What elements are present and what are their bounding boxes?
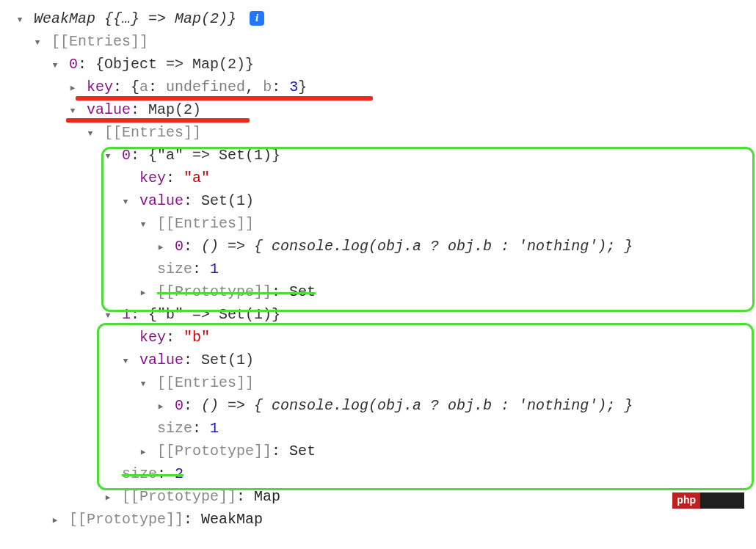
proto-label: [[Prototype]] [157,283,272,300]
weakmap-text: WeakMap {{…} => Map(2)} [34,10,236,27]
entries-label: [[Entries]] [157,374,254,391]
size-value: 1 [210,261,219,277]
map-entry-a-summary[interactable]: 0: {"a" => Set(1)} [15,144,749,167]
index-label: 0 [69,56,78,73]
entries-label: [[Entries]] [51,33,148,50]
fn-text: () => { console.log(obj.a ? obj.b : 'not… [201,397,633,414]
map-entries-row[interactable]: [[Entries]] [15,121,749,144]
proto-value: WeakMap [201,511,263,528]
entries-label: [[Entries]] [157,215,254,232]
watermark-text: php [672,492,700,509]
disclosure-triangle-icon[interactable] [138,444,148,460]
disclosure-triangle-icon[interactable] [15,12,25,28]
disclosure-triangle-icon[interactable] [138,217,148,233]
set-entry-b-0[interactable]: 0: () => { console.log(obj.a ? obj.b : '… [15,394,749,417]
map-entry-b-summary[interactable]: 1: {"b" => Set(1)} [15,303,749,326]
value-label: value [139,352,183,368]
disclosure-triangle-icon[interactable] [120,194,131,210]
disclosure-triangle-icon[interactable] [103,148,113,164]
disclosure-triangle-icon[interactable] [32,34,43,51]
disclosure-triangle-icon[interactable] [138,285,148,301]
set-proto-row-b[interactable]: [[Prototype]]: Set [15,440,749,462]
value-label: value [139,192,183,209]
disclosure-triangle-icon[interactable] [120,353,131,369]
proto-label: [[Prototype]] [122,488,236,505]
index-label: 1 [122,306,131,323]
index-label: 0 [122,147,131,164]
map-entry-a-text: {"a" => Set(1)} [148,147,280,164]
map-value: Map(2) [148,101,201,118]
proto-label: [[Prototype]] [157,443,272,459]
set-proto-row[interactable]: [[Prototype]]: Set [15,280,749,303]
proto-label: [[Prototype]] [69,511,183,528]
map-proto-row[interactable]: [[Prototype]]: Map [15,485,749,508]
weakmap-summary[interactable]: WeakMap {{…} => Map(2)} i [15,7,749,30]
size-value: 1 [210,420,219,437]
proto-value: Map [254,488,280,505]
map-entry-b-key-value: "b" [183,329,210,346]
entry-0-key[interactable]: key: {a: undefined, b: 3} [15,76,749,98]
watermark-black [700,492,744,509]
entry-0-value: {Object => Map(2)} [95,56,254,73]
size-label: size [157,420,192,437]
disclosure-triangle-icon[interactable] [156,399,166,415]
set-entries-row-b[interactable]: [[Entries]] [15,371,749,394]
disclosure-triangle-icon[interactable] [138,376,148,392]
disclosure-triangle-icon[interactable] [68,80,78,96]
map-entry-b-text: {"b" => Set(1)} [148,306,280,323]
index-label: 0 [175,397,183,414]
set-value: Set(1) [201,192,254,209]
map-entry-b-key: key: "b" [15,326,749,349]
disclosure-triangle-icon[interactable] [103,490,113,506]
proto-value: Set [289,443,316,459]
watermark: php [672,492,744,509]
key-label: key [139,329,166,346]
set-entries-row[interactable]: [[Entries]] [15,212,749,235]
map-entry-a-key-value: "a" [183,170,210,186]
disclosure-triangle-icon[interactable] [103,308,113,324]
disclosure-triangle-icon[interactable] [85,126,95,142]
map-entry-a-key: key: "a" [15,167,749,189]
set-size-row: size: 1 [15,258,749,280]
entry-0-value-row[interactable]: value: Map(2) [15,98,749,121]
map-entry-a-value[interactable]: value: Set(1) [15,189,749,212]
info-icon[interactable]: i [250,11,264,26]
map-entry-b-value[interactable]: value: Set(1) [15,349,749,371]
value-label: value [87,101,131,118]
size-label: size [122,465,157,482]
console-root: WeakMap {{…} => Map(2)} i [[Entries]] 0:… [15,7,749,531]
set-size-row-b: size: 1 [15,417,749,440]
entries-row[interactable]: [[Entries]] [15,30,749,53]
size-label: size [157,261,192,277]
disclosure-triangle-icon[interactable] [68,103,78,119]
disclosure-triangle-icon[interactable] [50,512,60,528]
fn-text: () => { console.log(obj.a ? obj.b : 'not… [201,238,633,255]
key-label: key [139,170,166,186]
set-value: Set(1) [201,352,254,368]
map-size-row: size: 2 [15,462,749,485]
weakmap-proto-row[interactable]: [[Prototype]]: WeakMap [15,508,749,531]
size-value: 2 [175,465,183,482]
index-label: 0 [175,238,183,255]
entry-0-summary[interactable]: 0: {Object => Map(2)} [15,53,749,76]
set-entry-a-0[interactable]: 0: () => { console.log(obj.a ? obj.b : '… [15,235,749,258]
disclosure-triangle-icon[interactable] [50,57,60,73]
proto-value: Set [289,283,316,300]
key-label: key [87,79,113,95]
disclosure-triangle-icon[interactable] [156,239,166,255]
entries-label: [[Entries]] [104,124,201,141]
